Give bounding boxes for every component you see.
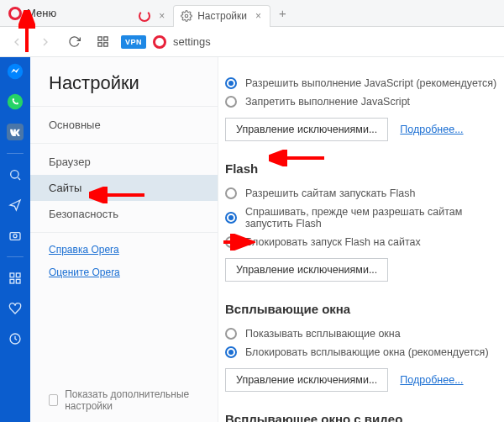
svg-rect-11 — [10, 273, 14, 277]
advanced-toggle[interactable]: Показать дополнительные настройки — [30, 378, 218, 422]
svg-point-6 — [8, 94, 23, 109]
close-icon[interactable]: × — [159, 10, 165, 22]
exceptions-button[interactable]: Управление исключениями... — [225, 368, 388, 392]
close-icon[interactable]: × — [255, 10, 261, 22]
nav-item-sites[interactable]: Сайты — [30, 175, 218, 201]
section-flash: Flash Разрешить сайтам запускать Flash С… — [225, 161, 504, 282]
nav-item-security[interactable]: Безопасность — [30, 201, 218, 227]
radio-option[interactable]: Показывать всплывающие окна — [225, 324, 504, 343]
sidebar-divider — [7, 153, 24, 154]
svg-rect-2 — [103, 37, 107, 40]
svg-point-0 — [185, 14, 188, 18]
radio-icon — [225, 187, 237, 199]
section-popups: Всплывающие окна Показывать всплывающие … — [225, 302, 504, 392]
svg-point-10 — [13, 235, 17, 238]
radio-option[interactable]: Блокировать запуск Flash на сайтах — [225, 233, 504, 251]
apps-icon[interactable] — [6, 269, 24, 287]
radio-icon — [225, 328, 237, 340]
vk-icon[interactable] — [6, 123, 24, 141]
toolbar: VPN settings — [0, 27, 504, 57]
main: Настройки Основные Браузер Сайты Безопас… — [0, 57, 504, 422]
search-icon[interactable] — [6, 166, 24, 184]
checkbox-icon[interactable] — [49, 394, 58, 406]
svg-rect-3 — [97, 43, 101, 46]
more-link[interactable]: Подробнее... — [400, 124, 463, 135]
vpn-badge[interactable]: VPN — [121, 35, 146, 49]
radio-icon — [225, 77, 237, 89]
svg-rect-9 — [10, 233, 20, 240]
svg-rect-12 — [16, 273, 20, 277]
section-title-popups: Всплывающие окна — [225, 302, 504, 316]
section-title-video: Всплывающее окно с видео — [225, 412, 504, 422]
exceptions-button[interactable]: Управление исключениями... — [225, 118, 388, 141]
titlebar: Меню × Настройки × + — [0, 0, 504, 27]
radio-option[interactable]: Блокировать всплывающие окна (рекомендуе… — [225, 343, 504, 361]
sidebar-divider — [7, 256, 24, 257]
address-text: settings — [173, 35, 211, 48]
settings-content: Разрешить выполнение JavaScript (рекомен… — [218, 57, 504, 422]
forward-button[interactable] — [35, 32, 55, 52]
nav-item-general[interactable]: Основные — [30, 112, 218, 138]
reload-button[interactable] — [64, 32, 84, 52]
svg-rect-4 — [103, 43, 107, 46]
loading-icon — [139, 10, 150, 22]
gear-icon — [181, 10, 192, 22]
menu-label: Меню — [27, 7, 56, 19]
nav-link-rate[interactable]: Оцените Opera — [30, 261, 218, 283]
more-link[interactable]: Подробнее... — [400, 374, 463, 386]
svg-point-8 — [11, 171, 18, 178]
page-title: Настройки — [30, 72, 218, 106]
tab-label: Настройки — [197, 10, 247, 22]
radio-icon — [225, 346, 237, 358]
clock-icon[interactable] — [6, 330, 24, 348]
new-tab-button[interactable]: + — [270, 6, 295, 20]
app-sidebar — [0, 57, 30, 422]
section-javascript: Разрешить выполнение JavaScript (рекомен… — [225, 74, 504, 141]
svg-rect-13 — [10, 279, 14, 283]
radio-option[interactable]: Разрешить сайтам запускать Flash — [225, 184, 504, 203]
radio-option[interactable]: Запретить выполнение JavaScript — [225, 92, 504, 111]
opera-logo-icon — [153, 35, 166, 49]
heart-icon[interactable] — [6, 299, 24, 318]
address-bar[interactable]: VPN settings — [121, 35, 497, 49]
radio-icon — [225, 236, 237, 248]
svg-rect-14 — [16, 279, 20, 283]
settings-nav: Настройки Основные Браузер Сайты Безопас… — [30, 57, 218, 422]
section-video: Всплывающее окно с видео Включить всплыв… — [225, 412, 504, 422]
advanced-label: Показать дополнительные настройки — [65, 388, 199, 412]
nav-link-help[interactable]: Справка Opera — [30, 238, 218, 261]
speeddial-button[interactable] — [92, 32, 113, 52]
svg-rect-1 — [97, 37, 101, 40]
opera-menu-button[interactable]: Меню — [0, 0, 65, 26]
messenger-icon[interactable] — [6, 62, 24, 81]
radio-icon — [225, 212, 237, 224]
camera-icon[interactable] — [6, 226, 24, 245]
back-button[interactable] — [7, 32, 27, 52]
radio-icon — [225, 96, 237, 108]
whatsapp-icon[interactable] — [6, 92, 24, 111]
radio-option[interactable]: Спрашивать, прежде чем разрешать сайтам … — [225, 203, 504, 233]
tab-item[interactable]: × — [132, 5, 173, 27]
nav-item-browser[interactable]: Браузер — [30, 149, 218, 175]
send-icon[interactable] — [6, 196, 24, 214]
section-title-flash: Flash — [225, 161, 504, 176]
tab-settings[interactable]: Настройки × — [173, 5, 270, 27]
exceptions-button[interactable]: Управление исключениями... — [225, 258, 388, 282]
opera-logo-icon — [8, 7, 22, 20]
radio-option[interactable]: Разрешить выполнение JavaScript (рекомен… — [225, 74, 504, 92]
